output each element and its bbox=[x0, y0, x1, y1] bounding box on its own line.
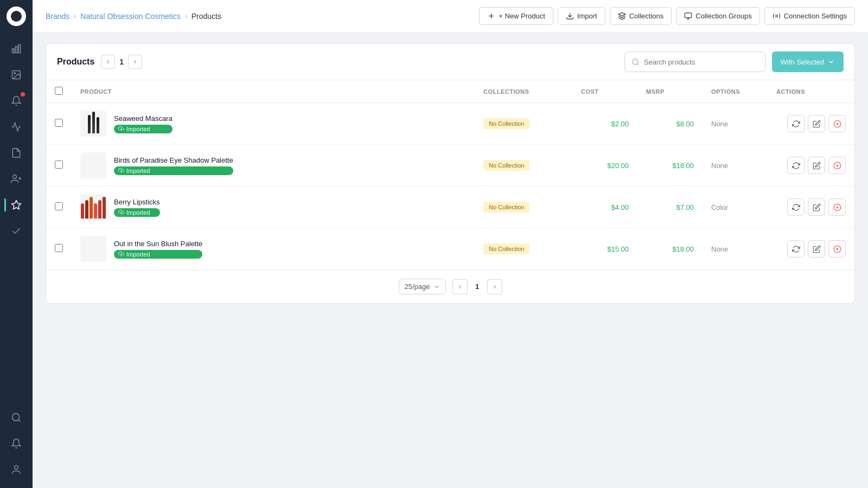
collection-groups-button[interactable]: Collection Groups bbox=[676, 7, 760, 25]
pagination-next-icon bbox=[492, 284, 498, 290]
cloud-upload-icon bbox=[118, 209, 124, 215]
delete-button-2[interactable] bbox=[828, 157, 846, 174]
delete-button-1[interactable] bbox=[828, 115, 846, 132]
sync-icon bbox=[792, 245, 800, 253]
next-page-button[interactable] bbox=[128, 55, 142, 69]
search-input[interactable] bbox=[644, 58, 758, 66]
table-row: Seaweed Mascara Imported No Collection $… bbox=[46, 103, 854, 145]
product-thumb-2 bbox=[80, 152, 106, 178]
imported-badge-3: Imported bbox=[114, 208, 160, 217]
import-button[interactable]: Import bbox=[558, 7, 605, 25]
product-cell-1: Seaweed Mascara Imported bbox=[72, 103, 475, 145]
cloud-upload-icon bbox=[118, 126, 124, 132]
product-info-3: Berry Lipsticks Imported bbox=[114, 198, 160, 217]
logo[interactable] bbox=[7, 7, 26, 26]
sidebar-item-search[interactable] bbox=[4, 406, 28, 429]
sidebar-item-campaigns[interactable] bbox=[4, 115, 28, 139]
svg-rect-0 bbox=[12, 49, 14, 53]
msrp-cell-2: $18.00 bbox=[637, 145, 703, 187]
msrp-cell-3: $7.00 bbox=[637, 187, 703, 228]
cloud-upload-icon bbox=[118, 251, 124, 257]
sync-icon bbox=[792, 203, 800, 211]
imported-badge-2: Imported bbox=[114, 166, 233, 175]
no-collection-badge-2: No Collection bbox=[483, 160, 529, 171]
svg-rect-2 bbox=[18, 45, 20, 53]
page-number: 1 bbox=[119, 57, 124, 66]
col-header-msrp: MSRP bbox=[637, 80, 703, 103]
per-page-select[interactable]: 25/page bbox=[399, 279, 446, 294]
edit-button-1[interactable] bbox=[808, 115, 825, 132]
pagination-next-button[interactable] bbox=[487, 279, 502, 294]
collection-groups-label: Collection Groups bbox=[695, 12, 751, 20]
svg-point-18 bbox=[775, 15, 777, 17]
sidebar-item-bell[interactable] bbox=[4, 432, 28, 455]
prev-page-button[interactable] bbox=[101, 55, 115, 69]
page-content: Products 1 With Selected bbox=[33, 33, 868, 488]
connection-settings-button[interactable]: Connection Settings bbox=[764, 7, 855, 25]
sync-button-4[interactable] bbox=[787, 240, 805, 258]
col-header-options: OPTIONS bbox=[703, 80, 768, 103]
edit-button-4[interactable] bbox=[808, 240, 825, 258]
delete-button-3[interactable] bbox=[828, 198, 846, 216]
sidebar-bottom bbox=[4, 406, 28, 481]
header: Brands › Natural Obsession Cosmetics › P… bbox=[33, 0, 868, 33]
sync-button-1[interactable] bbox=[787, 115, 805, 132]
search-box bbox=[624, 52, 765, 72]
breadcrumb-sep-2: › bbox=[185, 12, 187, 20]
collections-button[interactable]: Collections bbox=[610, 7, 672, 25]
sidebar-item-tasks[interactable] bbox=[4, 219, 28, 243]
edit-icon bbox=[813, 245, 821, 253]
collection-cell-3: No Collection bbox=[475, 187, 572, 228]
table-row: Out in the Sun Blush Palette Imported No… bbox=[46, 228, 854, 270]
svg-point-5 bbox=[13, 175, 17, 179]
sidebar-item-images[interactable] bbox=[4, 63, 28, 87]
msrp-value-2: $18.00 bbox=[672, 162, 694, 170]
plus-icon bbox=[487, 12, 495, 20]
row-checkbox-4[interactable] bbox=[55, 244, 63, 252]
select-all-checkbox[interactable] bbox=[55, 87, 63, 95]
row-checkbox-3[interactable] bbox=[55, 202, 63, 210]
breadcrumb-brand[interactable]: Natural Obsession Cosmetics bbox=[80, 12, 180, 21]
search-icon bbox=[631, 58, 640, 66]
imported-badge-1: Imported bbox=[114, 125, 173, 133]
import-icon bbox=[566, 12, 574, 20]
breadcrumb-brands[interactable]: Brands bbox=[46, 12, 69, 21]
product-info-4: Out in the Sun Blush Palette Imported bbox=[114, 240, 202, 259]
page-nav: 1 bbox=[101, 55, 142, 69]
sidebar-item-orders[interactable] bbox=[4, 141, 28, 165]
svg-point-4 bbox=[14, 73, 15, 74]
pagination-prev-button[interactable] bbox=[452, 279, 468, 294]
new-product-button[interactable]: + New Product bbox=[479, 7, 553, 25]
notification-badge bbox=[21, 92, 25, 97]
per-page-value: 25/page bbox=[405, 282, 430, 291]
row-checkbox-2[interactable] bbox=[55, 160, 63, 169]
collection-groups-icon bbox=[684, 12, 692, 20]
sync-button-2[interactable] bbox=[787, 157, 805, 174]
main-content: Brands › Natural Obsession Cosmetics › P… bbox=[33, 0, 868, 488]
sync-icon bbox=[792, 162, 800, 170]
options-cell-3: Color bbox=[703, 187, 768, 228]
sidebar-item-notifications[interactable] bbox=[4, 89, 28, 113]
edit-button-3[interactable] bbox=[808, 198, 825, 216]
sidebar-item-users[interactable] bbox=[4, 167, 28, 191]
options-cell-4: None bbox=[703, 228, 768, 270]
cost-cell-4: $15.00 bbox=[572, 228, 637, 270]
sidebar-item-account[interactable] bbox=[4, 458, 28, 481]
col-header-cost: COST bbox=[572, 80, 637, 103]
cost-cell-1: $2.00 bbox=[572, 103, 637, 145]
options-value-3: Color bbox=[711, 203, 728, 211]
cost-cell-3: $4.00 bbox=[572, 187, 637, 228]
product-info-1: Seaweed Mascara Imported bbox=[114, 114, 173, 133]
row-checkbox-1[interactable] bbox=[55, 119, 63, 127]
col-header-product: PRODUCT bbox=[72, 80, 475, 103]
with-selected-button[interactable]: With Selected bbox=[772, 52, 844, 72]
edit-button-2[interactable] bbox=[808, 157, 825, 174]
delete-button-4[interactable] bbox=[828, 240, 846, 258]
sync-button-3[interactable] bbox=[787, 198, 805, 216]
sidebar-item-favorites[interactable] bbox=[4, 193, 28, 217]
svg-line-20 bbox=[637, 63, 639, 65]
table-row: Birds of Paradise Eye Shadow Palette Imp… bbox=[46, 145, 854, 187]
per-page-chevron-icon bbox=[433, 284, 440, 290]
sidebar-item-analytics[interactable] bbox=[4, 37, 28, 61]
pagination-current-page: 1 bbox=[472, 282, 483, 291]
